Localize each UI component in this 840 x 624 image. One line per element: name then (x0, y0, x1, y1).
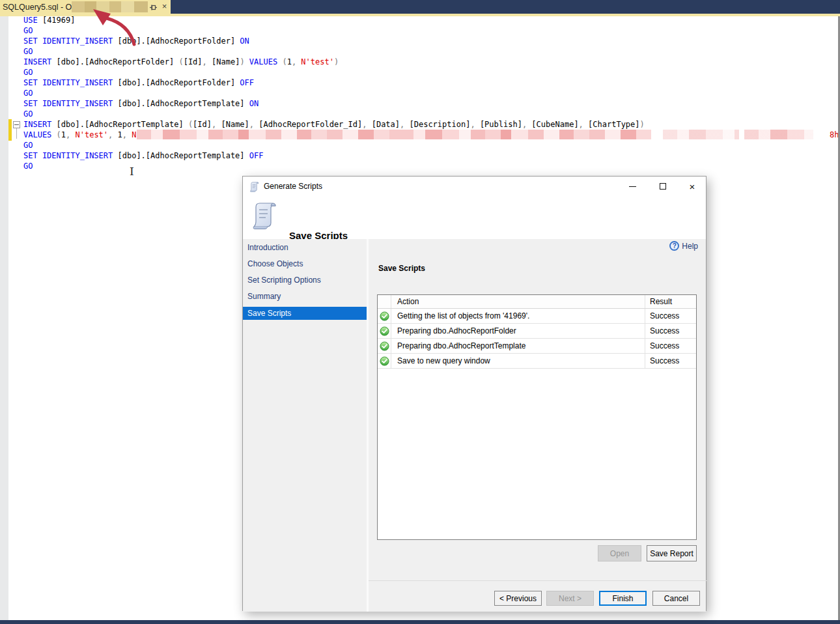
code-line[interactable]: SET IDENTITY_INSERT [dbo].[AdhocReportFo… (23, 36, 645, 46)
values-redaction (663, 130, 739, 139)
success-check-icon (378, 309, 391, 323)
code-token: ( (282, 57, 287, 66)
sidebar-item-choose-objects[interactable]: Choose Objects (243, 256, 367, 272)
changed-lines-bar (8, 119, 12, 141)
finish-button[interactable]: Finish (599, 591, 647, 606)
values-redaction (137, 130, 651, 139)
code-token: 1 (118, 130, 122, 139)
code-token: [dbo].[AdhocReportTemplate] (118, 151, 249, 160)
wizard-sidebar: IntroductionChoose ObjectsSet Scripting … (243, 239, 367, 612)
minimize-button[interactable] (621, 177, 643, 196)
code-line[interactable]: GO (23, 67, 645, 78)
previous-button[interactable]: < Previous (494, 591, 542, 606)
content-heading: Save Scripts (378, 264, 425, 273)
code-line[interactable]: GO (23, 25, 645, 36)
values-redaction (744, 130, 813, 139)
editor-gutter (0, 16, 8, 620)
code-line[interactable]: USE [41969] (23, 15, 645, 25)
code-line[interactable]: GO (23, 46, 645, 57)
code-token: [dbo].[AdhocReportTemplate] (118, 99, 249, 108)
pin-icon[interactable] (149, 3, 158, 11)
table-row[interactable]: Save to new query windowSuccess (378, 354, 696, 369)
list-header-action[interactable]: Action (391, 295, 645, 308)
code-token: [dbo].[AdhocReportFolder] (118, 36, 240, 46)
help-link[interactable]: ? Help (669, 241, 698, 251)
code-token: GO (23, 89, 33, 98)
close-icon: × (690, 182, 695, 191)
code-line[interactable]: INSERT [dbo].[AdhocReportTemplate] ([Id]… (23, 119, 645, 130)
code-token: , (362, 120, 371, 129)
list-header-result[interactable]: Result (645, 295, 696, 308)
code-token: SET IDENTITY_INSERT (23, 99, 118, 108)
code-token: [Id] (184, 57, 203, 66)
code-token: ) (640, 120, 645, 129)
code-token: [Id] (193, 120, 212, 129)
dialog-title: Generate Scripts (264, 182, 322, 191)
next-button[interactable]: Next > (546, 591, 594, 606)
code-token: [41969] (42, 16, 76, 25)
code-token: SET IDENTITY_INSERT (23, 151, 118, 160)
code-token: ( (178, 57, 183, 66)
code-token: , (108, 130, 117, 139)
outline-guide (16, 128, 17, 139)
close-button[interactable]: × (681, 177, 703, 196)
code-line[interactable]: GO (23, 161, 645, 171)
sidebar-item-set-scripting-options[interactable]: Set Scripting Options (243, 272, 367, 289)
sidebar-item-introduction[interactable]: Introduction (243, 240, 367, 256)
action-cell: Getting the list of objects from '41969'… (391, 309, 645, 323)
code-token: , (400, 120, 409, 129)
code-token: [dbo].[AdhocReportFolder] (118, 78, 240, 87)
code-token: INSERT (23, 57, 57, 66)
result-cell: Success (645, 339, 696, 353)
result-cell: Success (645, 324, 696, 338)
code-line[interactable]: SET IDENTITY_INSERT [dbo].[AdhocReportTe… (23, 98, 645, 109)
code-token: USE (23, 16, 42, 25)
code-token: VALUES (249, 57, 283, 66)
list-rows: Getting the list of objects from '41969'… (378, 309, 696, 369)
code-token: ON (240, 36, 249, 46)
code-token: , (579, 120, 588, 129)
save-report-button[interactable]: Save Report (647, 545, 697, 561)
success-check-icon (378, 354, 391, 368)
code-line[interactable]: SET IDENTITY_INSERT [dbo].[AdhocReportFo… (23, 78, 645, 88)
generate-scripts-dialog: Generate Scripts × Save Scripts Introduc… (242, 176, 707, 611)
code-token: 1 (61, 130, 66, 139)
tab-close-icon[interactable]: × (160, 1, 169, 12)
table-row[interactable]: Preparing dbo.AdhocReportFolderSuccess (378, 324, 696, 339)
dialog-body: IntroductionChoose ObjectsSet Scripting … (243, 239, 706, 612)
code-token: , (522, 120, 531, 129)
result-cell: Success (645, 354, 696, 368)
code-collapse-icon[interactable] (13, 121, 20, 128)
code-token: , (122, 130, 132, 139)
code-token: GO (23, 68, 33, 77)
code-line[interactable]: GO (23, 140, 645, 150)
sidebar-item-summary[interactable]: Summary (243, 289, 367, 305)
table-row[interactable]: Preparing dbo.AdhocReportTemplateSuccess (378, 339, 696, 354)
maximize-icon (660, 183, 666, 190)
code-token: GO (23, 141, 33, 150)
window-bottom-border (0, 620, 840, 624)
success-check-icon (378, 324, 391, 338)
cancel-button[interactable]: Cancel (652, 591, 700, 606)
code-token: ) (240, 57, 249, 66)
result-cell: Success (645, 309, 696, 323)
code-line[interactable]: GO (23, 88, 645, 98)
sidebar-item-save-scripts[interactable]: Save Scripts (243, 307, 367, 320)
open-button[interactable]: Open (598, 545, 641, 561)
code-line[interactable]: INSERT [dbo].[AdhocReportFolder] ([Id], … (23, 57, 645, 67)
code-editor-text[interactable]: USE [41969]GOSET IDENTITY_INSERT [dbo].[… (23, 15, 645, 171)
code-token: GO (23, 47, 33, 56)
code-token: SET IDENTITY_INSERT (23, 36, 118, 46)
code-line[interactable]: GO (23, 109, 645, 119)
dialog-titlebar[interactable]: Generate Scripts × (243, 177, 706, 196)
code-line[interactable]: SET IDENTITY_INSERT [dbo].[AdhocReportTe… (23, 150, 645, 161)
action-cell: Save to new query window (391, 354, 645, 368)
code-token: N (132, 130, 136, 139)
action-cell: Preparing dbo.AdhocReportTemplate (391, 339, 645, 353)
code-token: [dbo].[AdhocReportFolder] (57, 57, 179, 66)
table-row[interactable]: Getting the list of objects from '41969'… (378, 309, 696, 324)
code-token: [dbo].[AdhocReportTemplate] (57, 120, 188, 129)
code-token: , (470, 120, 479, 129)
code-token: , (203, 57, 212, 66)
maximize-button[interactable] (652, 177, 674, 196)
